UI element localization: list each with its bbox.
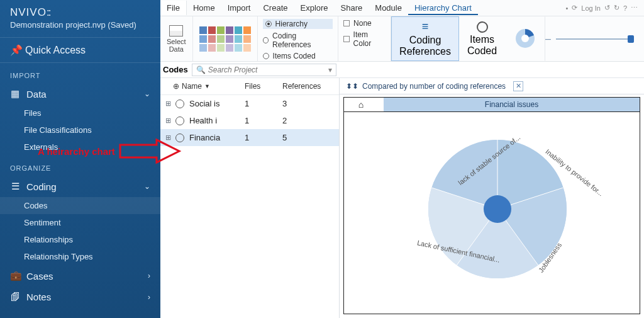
search-project[interactable]: 🔍 ▾ (192, 64, 336, 76)
menu-hierarchy-chart[interactable]: Hierarchy Chart (408, 1, 478, 15)
help-icon[interactable]: ? (623, 4, 627, 12)
ribbon-btn-sunburst[interactable] (505, 16, 545, 61)
slider-thumb[interactable] (628, 35, 634, 43)
viz-panel: ⬍⬍ Compared by number of coding referenc… (340, 78, 644, 318)
col-name[interactable]: Name▼ (182, 82, 245, 91)
hierarchy-chart[interactable]: lack of stable source of... Inability to… (343, 112, 640, 314)
briefcase-icon: 💼 (10, 270, 20, 281)
code-row[interactable]: ⊞ Financia 1 5 (160, 129, 339, 146)
sidebar-item-label: Data (26, 89, 47, 99)
menu-share[interactable]: Share (335, 1, 369, 15)
viz-tab-item[interactable]: ⬍⬍ Compared by number of coding referenc… (340, 81, 530, 91)
code-files: 1 (245, 99, 282, 108)
code-name: Health i (189, 116, 245, 125)
select-data-label: Select Data (167, 38, 186, 53)
viz-tab-label: Compared by number of coding references (362, 82, 506, 91)
chevron-right-icon: › (148, 293, 150, 302)
close-icon[interactable]: ✕ (513, 81, 523, 91)
breadcrumb-current[interactable]: Financial issues (384, 98, 640, 111)
code-files: 1 (245, 133, 282, 142)
zoom-out-icon[interactable]: – (545, 33, 551, 45)
list-icon: ☰ (10, 181, 20, 192)
sunburst-chart (409, 121, 586, 297)
search-icon: 🔍 (196, 65, 206, 74)
opt-items-coded[interactable]: Items Coded (263, 52, 333, 60)
sidebar-item-cases[interactable]: 💼 Cases › (0, 265, 160, 287)
bullet-icon: • (565, 4, 568, 12)
opt-label: Coding References (272, 31, 333, 49)
sidebar-sub-relationship-types[interactable]: Relationship Types (0, 248, 160, 265)
search-input[interactable] (208, 65, 328, 74)
chevron-right-icon: › (148, 271, 150, 280)
sidebar-item-label: Notes (26, 292, 51, 302)
breadcrumb: ⌂ Financial issues (343, 97, 640, 112)
menu-home[interactable]: Home (187, 1, 221, 15)
sort-icon: ▼ (204, 83, 210, 89)
circle-icon (477, 21, 488, 33)
pin-icon: 📌 (10, 44, 20, 56)
sidebar-sub-codes[interactable]: Codes (0, 197, 160, 214)
menu-file[interactable]: File (160, 1, 187, 15)
opt-none[interactable]: None (343, 19, 386, 28)
code-row[interactable]: ⊞ Health i 1 2 (160, 112, 339, 129)
more-icon[interactable]: ⋯ (631, 4, 638, 12)
code-refs: 5 (282, 133, 287, 142)
expand-icon[interactable]: ⊞ (165, 99, 173, 108)
ribbon-zoom-slider[interactable]: – (545, 16, 644, 61)
chevron-down-icon: ⌄ (144, 182, 150, 191)
breadcrumb-home[interactable]: ⌂ (344, 99, 378, 110)
color-palette-icon (199, 26, 251, 52)
ribbon-palette[interactable] (193, 16, 258, 61)
login-link[interactable]: Log In (581, 4, 601, 12)
sidebar-item-notes[interactable]: 🗐 Notes › (0, 287, 160, 307)
code-name: Financia (189, 133, 245, 142)
sidebar-item-data[interactable]: ▦ Data ⌄ (0, 83, 160, 105)
ribbon-btn-items-coded[interactable]: Items Coded (459, 16, 505, 61)
col-references[interactable]: References (282, 82, 334, 91)
sync-icon[interactable]: ⟳ (572, 4, 577, 12)
viz-tab: ⬍⬍ Compared by number of coding referenc… (340, 78, 644, 94)
titlebar-tools: • ⟳ Log In ↺ ↻ ? ⋯ (565, 4, 644, 12)
code-files: 1 (245, 116, 282, 125)
opt-coding-references[interactable]: Coding References (263, 31, 333, 49)
annotation: A heirarchy chart (38, 139, 182, 164)
sidebar-sub-files[interactable]: Files (0, 105, 160, 122)
sunburst-icon (513, 26, 537, 50)
col-files[interactable]: Files (245, 82, 282, 91)
main-split: ⊕ Name▼ Files References ⊞ Social is 1 3… (160, 78, 644, 318)
opt-label: Hierarchy (275, 20, 308, 28)
codes-columns: ⊕ Name▼ Files References (160, 78, 339, 95)
opt-label: None (353, 19, 372, 28)
sidebar-sub-sentiment[interactable]: Sentiment (0, 214, 160, 231)
codes-panel: ⊕ Name▼ Files References ⊞ Social is 1 3… (160, 78, 340, 318)
opt-hierarchy[interactable]: Hierarchy (263, 19, 333, 29)
sidebar-sub-file-classifications[interactable]: File Classifications (0, 122, 160, 139)
redo-icon[interactable]: ↻ (614, 4, 619, 12)
slider-track[interactable] (556, 38, 631, 40)
expand-icon[interactable]: ⊞ (165, 116, 173, 125)
menu-import[interactable]: Import (221, 1, 257, 15)
expand-col-icon[interactable]: ⊕ (173, 82, 182, 91)
home-icon: ⌂ (358, 99, 364, 110)
ribbon-btn-coding-references[interactable]: ≡ Coding References (391, 16, 459, 61)
sidebar-item-coding[interactable]: ☰ Coding ⌄ (0, 176, 160, 197)
opt-item-color[interactable]: Item Color (343, 30, 386, 48)
ribbon-select-data[interactable]: Select Data (160, 16, 193, 61)
sidebar-sub-relationships[interactable]: Relationships (0, 231, 160, 248)
menubar: File Home Import Create Explore Share Mo… (160, 0, 644, 16)
menu-explore[interactable]: Explore (294, 1, 335, 15)
quick-access[interactable]: 📌 Quick Access (0, 37, 160, 63)
menu-create[interactable]: Create (257, 1, 294, 15)
grid-icon: ▦ (10, 88, 20, 99)
chart-icon: ⬍⬍ (346, 82, 358, 91)
dropdown-icon[interactable]: ▾ (328, 65, 332, 74)
menu-module[interactable]: Module (369, 1, 408, 15)
sidebar-item-label: Cases (26, 271, 53, 281)
brand-text: NVIVO (10, 6, 47, 18)
code-refs: 3 (282, 99, 287, 108)
undo-icon[interactable]: ↺ (604, 4, 610, 12)
code-row[interactable]: ⊞ Social is 1 3 (160, 95, 339, 112)
code-refs: 2 (282, 116, 287, 125)
code-name: Social is (189, 99, 245, 108)
ribbon-compare-options: Hierarchy Coding References Items Coded (258, 16, 339, 61)
